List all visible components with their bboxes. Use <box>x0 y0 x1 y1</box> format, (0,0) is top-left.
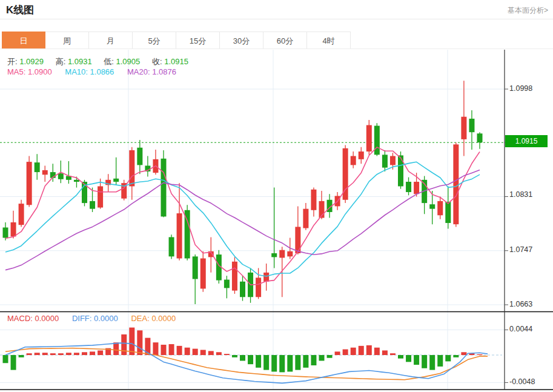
low-value: 1.0905 <box>116 57 141 66</box>
y-axis-label: 1.0998 <box>509 84 532 93</box>
close-value: 1.0915 <box>164 57 188 66</box>
ma20-legend: MA20: 1.0876 <box>127 67 176 76</box>
ma5-legend: MA5: 1.0900 <box>7 67 52 76</box>
kline-panel: K线图 基本面分析> 日 周 月 5分 15分 30分 60分 4时 开: 1.… <box>0 0 553 392</box>
open-label: 开: <box>7 57 18 66</box>
close-label: 收: <box>152 57 162 66</box>
low-label: 低: <box>104 57 114 66</box>
macd-value: MACD: 0.0000 <box>7 314 59 323</box>
ma-legend: MA5: 1.0900 MA10: 1.0866 MA20: 1.0876 <box>7 67 176 76</box>
high-value: 1.0931 <box>68 57 92 66</box>
current-price-badge: 1.0915 <box>505 135 548 147</box>
macd-axis-label: 0.0044 <box>509 325 532 333</box>
macd-axis-label: -0.0048 <box>509 377 535 386</box>
high-label: 高: <box>56 57 66 66</box>
y-axis-label: 1.0831 <box>509 190 532 199</box>
open-value: 1.0929 <box>19 57 44 66</box>
ma10-legend: MA10: 1.0866 <box>65 67 114 76</box>
macd-legend: MACD: 0.0000 DIFF: 0.0000 DEA: 0.0000 <box>7 314 176 323</box>
diff-value: DIFF: 0.0000 <box>72 314 118 323</box>
dea-value: DEA: 0.0000 <box>131 314 176 323</box>
y-axis-label: 1.0747 <box>509 245 532 254</box>
ohlc-legend: 开: 1.0929 高: 1.0931 低: 1.0905 收: 1.0915 <box>7 56 198 67</box>
y-axis-label: 1.0663 <box>509 300 532 308</box>
